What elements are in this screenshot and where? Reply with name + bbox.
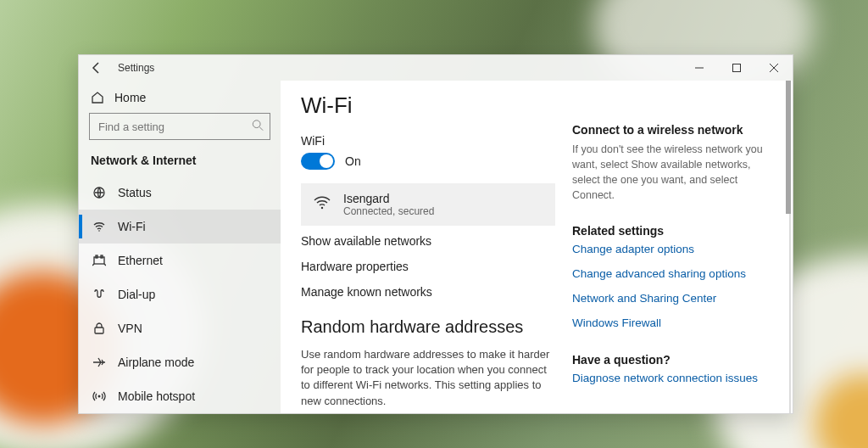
help-link-diagnose[interactable]: Diagnose network connection issues	[572, 372, 776, 384]
show-available-link[interactable]: Show available networks	[301, 234, 555, 248]
sidebar-item-dialup[interactable]: Dial-up	[79, 277, 281, 311]
window-controls	[681, 55, 793, 81]
sidebar-item-wifi[interactable]: Wi-Fi	[79, 210, 281, 244]
connect-heading: Connect to a wireless network	[572, 123, 776, 137]
svg-rect-1	[733, 64, 741, 72]
random-hw-description: Use random hardware addresses to make it…	[301, 347, 555, 409]
hotspot-icon	[92, 389, 106, 403]
search-input[interactable]	[89, 113, 270, 140]
content-column: Wi-Fi WiFi On Isengard Connected, secure…	[301, 92, 555, 413]
main-panel: Wi-Fi WiFi On Isengard Connected, secure…	[281, 81, 793, 413]
vpn-icon	[92, 322, 106, 335]
category-title: Network & Internet	[79, 154, 281, 176]
manage-known-link[interactable]: Manage known networks	[301, 285, 555, 299]
current-network-card[interactable]: Isengard Connected, secured	[301, 183, 555, 226]
maximize-icon	[732, 64, 741, 72]
wifi-icon	[92, 220, 106, 233]
nav-list: Status Wi-Fi Ethernet Dial-up VPN	[79, 176, 281, 413]
sidebar-item-label: VPN	[118, 322, 142, 335]
sidebar-item-airplane[interactable]: Airplane mode	[79, 345, 281, 379]
close-button[interactable]	[755, 55, 793, 81]
related-link-sharing[interactable]: Change advanced sharing options	[572, 267, 776, 280]
wifi-signal-icon	[313, 193, 331, 216]
search-field[interactable]	[89, 113, 270, 140]
related-heading: Related settings	[572, 224, 776, 238]
home-icon	[91, 91, 104, 104]
sidebar-item-status[interactable]: Status	[79, 176, 281, 210]
random-hw-heading: Random hardware addresses	[301, 317, 555, 337]
settings-window: Settings Home	[78, 54, 793, 414]
related-link-nsc[interactable]: Network and Sharing Center	[572, 292, 776, 305]
sidebar-item-label: Status	[118, 186, 152, 199]
arrow-left-icon	[90, 61, 103, 75]
titlebar: Settings	[79, 55, 793, 81]
wifi-label: WiFi	[301, 134, 555, 148]
scrollbar-thumb[interactable]	[786, 81, 791, 214]
page-title: Wi-Fi	[301, 92, 555, 119]
connect-text: If you don't see the wireless network yo…	[572, 142, 776, 204]
network-status: Connected, secured	[343, 205, 434, 217]
back-button[interactable]	[87, 59, 106, 77]
wifi-toggle-state: On	[345, 154, 361, 168]
svg-point-13	[321, 207, 323, 209]
related-link-firewall[interactable]: Windows Firewall	[572, 316, 776, 329]
svg-line-5	[259, 127, 263, 131]
close-icon	[770, 64, 778, 72]
hardware-properties-link[interactable]: Hardware properties	[301, 260, 555, 273]
sidebar-item-ethernet[interactable]: Ethernet	[79, 244, 281, 277]
status-icon	[92, 186, 106, 199]
info-column: Connect to a wireless network If you don…	[572, 92, 776, 413]
nav-home[interactable]: Home	[79, 86, 281, 113]
related-link-adapter[interactable]: Change adapter options	[572, 243, 776, 255]
network-name: Isengard	[343, 192, 434, 205]
airplane-icon	[92, 356, 106, 369]
svg-rect-11	[95, 328, 103, 333]
sidebar: Home Network & Internet Status Wi-Fi	[79, 81, 281, 413]
sidebar-item-label: Mobile hotspot	[118, 389, 195, 403]
sidebar-item-label: Ethernet	[118, 254, 163, 267]
wifi-toggle[interactable]	[301, 153, 335, 170]
maximize-button[interactable]	[718, 55, 755, 81]
app-title: Settings	[118, 62, 154, 74]
dialup-icon	[92, 288, 106, 301]
help-heading: Have a question?	[572, 353, 776, 367]
svg-point-12	[98, 395, 101, 398]
svg-point-7	[98, 230, 100, 232]
sidebar-item-label: Dial-up	[118, 288, 155, 301]
nav-home-label: Home	[114, 91, 146, 104]
sidebar-item-vpn[interactable]: VPN	[79, 311, 281, 345]
sidebar-item-hotspot[interactable]: Mobile hotspot	[79, 379, 281, 413]
svg-point-4	[253, 120, 260, 128]
sidebar-item-label: Airplane mode	[118, 356, 194, 369]
search-icon	[252, 120, 264, 134]
minimize-icon	[695, 64, 704, 72]
sidebar-item-label: Wi-Fi	[118, 220, 146, 233]
scrollbar[interactable]	[786, 81, 791, 413]
ethernet-icon	[92, 254, 106, 267]
minimize-button[interactable]	[681, 55, 718, 81]
